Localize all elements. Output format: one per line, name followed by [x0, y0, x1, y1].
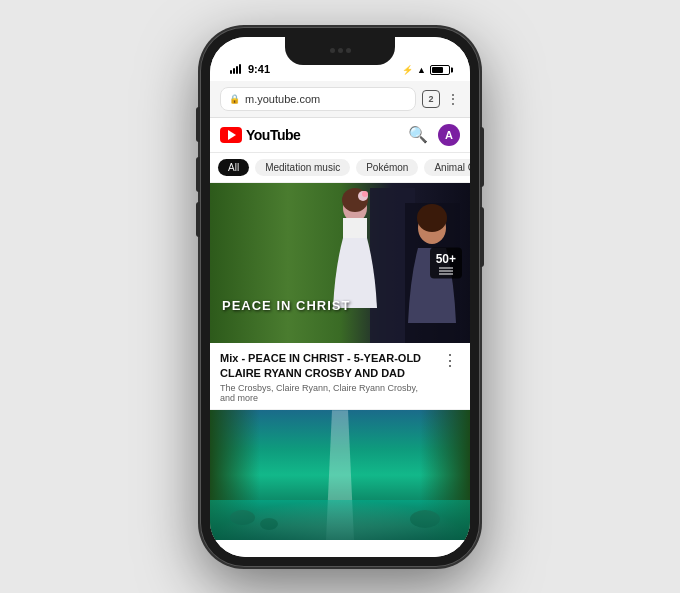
- filter-chips-bar: All Meditation music Pokémon Animal Cros…: [210, 153, 470, 183]
- playlist-line: [439, 273, 453, 274]
- signal-bars-icon: [230, 64, 241, 74]
- video-meta-1: The Crosbys, Claire Ryann, Claire Ryann …: [220, 383, 434, 403]
- playlist-line: [439, 270, 453, 271]
- status-bar: 9:41 ⚡ ▲: [210, 37, 470, 81]
- video-title-1: Mix - PEACE IN CHRIST - 5-YEAR-OLD CLAIR…: [220, 351, 434, 382]
- video-info-1: Mix - PEACE IN CHRIST - 5-YEAR-OLD CLAIR…: [210, 343, 470, 411]
- phone-screen: 9:41 ⚡ ▲ 🔒 m.youtube.com 2 ⋮: [210, 37, 470, 557]
- phone-mockup: 9:41 ⚡ ▲ 🔒 m.youtube.com 2 ⋮: [200, 27, 480, 567]
- playlist-line: [439, 267, 453, 268]
- playlist-badge: 50+: [430, 247, 462, 278]
- playlist-count: 50+: [436, 251, 456, 265]
- browser-more-button[interactable]: ⋮: [446, 92, 460, 106]
- notch-dot: [346, 48, 351, 53]
- signal-bar: [236, 66, 238, 74]
- signal-bar: [230, 70, 232, 74]
- user-avatar[interactable]: A: [438, 124, 460, 146]
- filter-chip-pokemon[interactable]: Pokémon: [356, 159, 418, 176]
- lock-icon: 🔒: [229, 94, 240, 104]
- video-more-button-1[interactable]: ⋮: [440, 351, 460, 404]
- notch-dots: [330, 48, 351, 53]
- video-thumbnail-1[interactable]: PEACE IN CHRIST 50+: [210, 183, 470, 343]
- youtube-logo[interactable]: YouTube: [220, 127, 300, 143]
- youtube-actions: 🔍 A: [408, 124, 460, 146]
- url-text: m.youtube.com: [245, 93, 407, 105]
- tab-count-badge[interactable]: 2: [422, 90, 440, 108]
- status-time: 9:41: [248, 63, 270, 75]
- water-surface: [210, 500, 470, 540]
- battery-icon: [430, 65, 450, 75]
- video-thumbnail-2[interactable]: [210, 410, 470, 540]
- content-area: PEACE IN CHRIST 50+ Mix - PEACE IN CHRIS…: [210, 183, 470, 557]
- svg-point-9: [417, 204, 447, 232]
- status-right: ⚡ ▲: [402, 65, 450, 75]
- video-details-1: Mix - PEACE IN CHRIST - 5-YEAR-OLD CLAIR…: [220, 351, 434, 404]
- bluetooth-icon: ⚡: [402, 65, 413, 75]
- thumbnail-figure: [325, 188, 415, 343]
- filter-chip-meditation[interactable]: Meditation music: [255, 159, 350, 176]
- signal-bar: [233, 68, 235, 74]
- signal-bar: [239, 64, 241, 74]
- thumbnail-title-text: PEACE IN CHRIST: [222, 298, 350, 313]
- search-button[interactable]: 🔍: [408, 125, 428, 144]
- playlist-lines-icon: [436, 267, 456, 274]
- youtube-icon: [220, 127, 242, 143]
- youtube-wordmark: YouTube: [246, 127, 300, 143]
- notch-dot: [338, 48, 343, 53]
- filter-chip-all[interactable]: All: [218, 159, 249, 176]
- wifi-icon: ▲: [417, 65, 426, 75]
- youtube-header: YouTube 🔍 A: [210, 118, 470, 153]
- notch: [285, 37, 395, 65]
- status-left: 9:41: [230, 63, 270, 75]
- svg-point-4: [362, 191, 368, 197]
- battery-fill: [432, 67, 443, 73]
- youtube-play-icon: [228, 130, 236, 140]
- filter-chip-animal-cross[interactable]: Animal Cross: [424, 159, 470, 176]
- url-bar[interactable]: 🔒 m.youtube.com: [220, 87, 416, 111]
- notch-dot: [330, 48, 335, 53]
- browser-bar: 🔒 m.youtube.com 2 ⋮: [210, 81, 470, 118]
